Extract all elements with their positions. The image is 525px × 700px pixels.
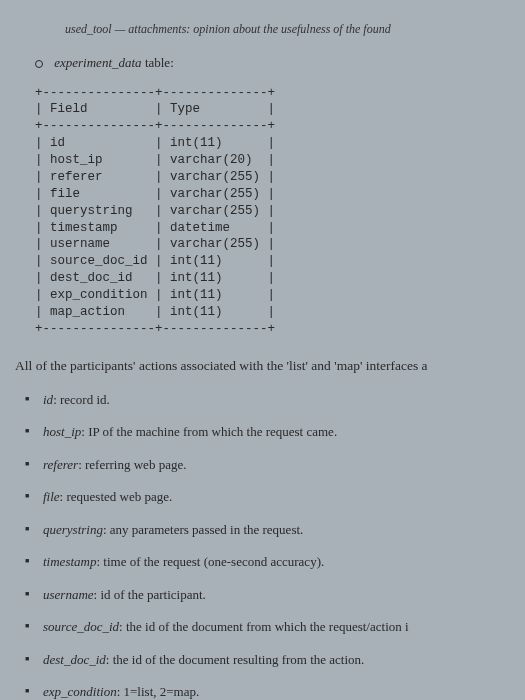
definition-item: exp_condition: 1=list, 2=map. xyxy=(43,682,510,700)
definition-desc: id of the participant. xyxy=(100,587,205,602)
definition-term: file xyxy=(43,489,60,504)
definition-desc: the id of the document resulting from th… xyxy=(113,652,365,667)
definition-item: timestamp: time of the request (one-seco… xyxy=(43,552,510,572)
definition-item: source_doc_id: the id of the document fr… xyxy=(43,617,510,637)
definition-term: querystring xyxy=(43,522,103,537)
intro-paragraph: All of the participants' actions associa… xyxy=(15,356,510,376)
definition-term: dest_doc_id xyxy=(43,652,106,667)
definition-term: referer xyxy=(43,457,78,472)
definition-desc: any parameters passed in the request. xyxy=(110,522,303,537)
definition-desc: 1=list, 2=map. xyxy=(124,684,200,699)
table-intro: experiment_data table: xyxy=(35,53,510,73)
definition-item: querystring: any parameters passed in th… xyxy=(43,520,510,540)
definition-desc: referring web page. xyxy=(85,457,186,472)
definitions-list: id: record id.host_ip: IP of the machine… xyxy=(15,390,510,700)
definition-item: file: requested web page. xyxy=(43,487,510,507)
definition-item: referer: referring web page. xyxy=(43,455,510,475)
definition-term: host_ip xyxy=(43,424,81,439)
definition-item: dest_doc_id: the id of the document resu… xyxy=(43,650,510,670)
definition-desc: time of the request (one-second accuracy… xyxy=(103,554,324,569)
definition-term: id xyxy=(43,392,53,407)
circle-bullet-icon xyxy=(35,60,43,68)
schema-table: +---------------+--------------+ | Field… xyxy=(35,85,510,338)
definition-desc: the id of the document from which the re… xyxy=(126,619,409,634)
definition-term: timestamp xyxy=(43,554,96,569)
definition-desc: record id. xyxy=(60,392,110,407)
definition-item: id: record id. xyxy=(43,390,510,410)
table-name: experiment_data xyxy=(54,55,141,70)
definition-term: username xyxy=(43,587,94,602)
definition-item: username: id of the participant. xyxy=(43,585,510,605)
table-suffix: table: xyxy=(142,55,174,70)
definition-desc: requested web page. xyxy=(66,489,172,504)
definition-item: host_ip: IP of the machine from which th… xyxy=(43,422,510,442)
definition-desc: IP of the machine from which the request… xyxy=(88,424,337,439)
top-fragment-text: used_tool — attachments: opinion about t… xyxy=(65,20,510,38)
definition-term: exp_condition xyxy=(43,684,117,699)
definition-term: source_doc_id xyxy=(43,619,119,634)
